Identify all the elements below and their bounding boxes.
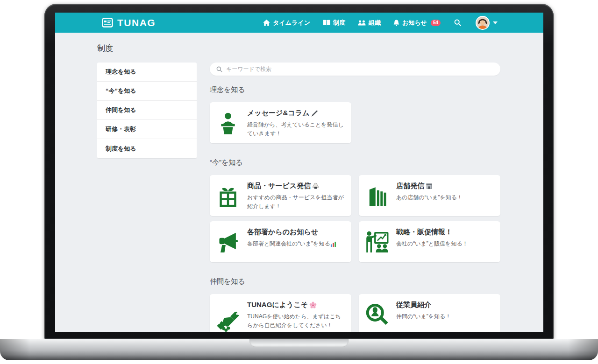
nav-item-timeline[interactable]: タイムライン — [263, 19, 310, 27]
remaining-counter: 残り0回 — [247, 331, 345, 332]
megaphone-icon — [214, 228, 242, 257]
brand-logo[interactable]: TUNAG — [102, 17, 156, 28]
card-welcome-tunag[interactable]: TUNAGにようこそ TUNAGを使い始めたら、まずはこちらから自己紹介をしてく… — [210, 294, 351, 332]
nav-item-seido[interactable]: 制度 — [323, 19, 345, 27]
nav-label-timeline: タイムライン — [273, 19, 310, 27]
card-desc: 各部署と関連会社の“いま”を知る — [247, 240, 330, 247]
sidebar-item-nakama[interactable]: 仲間を知る — [97, 101, 197, 120]
presentation-speaker-icon — [363, 228, 391, 257]
card-strategy-promotion[interactable]: 戦略・販促情報！ 会社の“いま”と販促を知る！ — [359, 221, 500, 262]
header-nav: タイムライン 制度 組織 — [263, 16, 498, 30]
card-department-news[interactable]: 各部署からのお知らせ 各部署と関連会社の“いま”を知る — [210, 221, 351, 262]
page-title: 制度 — [97, 43, 500, 54]
card-desc: 仲間の“いま”を知る！ — [396, 312, 494, 321]
sidebar-item-ima[interactable]: “今”を知る — [97, 82, 197, 101]
keyword-search — [210, 63, 500, 76]
card-employee-intro[interactable]: 従業員紹介 仲間の“いま”を知る！ — [359, 294, 500, 332]
card-desc: あの店舗の“いま”を知る！ — [396, 193, 494, 202]
avatar — [476, 16, 490, 30]
card-title: 各部署からのお知らせ — [247, 228, 318, 237]
search-icon — [216, 66, 222, 72]
card-title: メッセージ&コラム — [247, 109, 309, 118]
header-search-button[interactable] — [454, 19, 461, 26]
pen-emoji — [311, 110, 318, 117]
category-sidebar: 理念を知る “今”を知る 仲間を知る 研修・表彰 制度を知る — [97, 63, 197, 158]
card-product-service[interactable]: 商品・サービス発信 おすすめの商品・サービスを担当者が紹介します！ — [210, 175, 351, 216]
card-desc: TUNAGを使い始めたら、まずはこちらから自己紹介をしてください！ — [247, 312, 345, 329]
laptop-lid-notch — [249, 339, 349, 347]
nav-label-organization: 組織 — [369, 19, 381, 27]
card-title: 店舗発信 — [396, 182, 424, 190]
card-store-broadcast[interactable]: 店舗発信 あの店舗の“いま”を知る！ — [359, 175, 500, 216]
section-heading-rinen: 理念を知る — [210, 85, 500, 94]
nav-label-notifications: お知らせ — [402, 19, 427, 27]
nav-item-organization[interactable]: 組織 — [358, 19, 381, 27]
notification-badge: 54 — [431, 20, 441, 26]
app-header: TUNAG タイムライン 制度 — [55, 13, 543, 33]
store-building-icon — [363, 182, 391, 210]
cherry-blossom-emoji — [309, 301, 317, 309]
tunag-card-logo-icon — [102, 18, 113, 28]
podium-speaker-icon — [214, 109, 242, 138]
sidebar-item-rinen[interactable]: 理念を知る — [97, 63, 197, 82]
onigiri-emoji — [312, 182, 319, 189]
brand-name: TUNAG — [117, 17, 156, 28]
magnifier-person-icon — [363, 301, 391, 329]
nav-item-notifications[interactable]: お知らせ 54 — [393, 19, 441, 27]
home-icon — [263, 20, 270, 26]
sidebar-item-kenshu[interactable]: 研修・表彰 — [97, 120, 197, 139]
nav-label-seido: 制度 — [333, 19, 345, 27]
card-title: TUNAGにようこそ — [247, 301, 308, 309]
card-title: 戦略・販促情報！ — [396, 228, 452, 237]
laptop-screen: TUNAG タイムライン 制度 — [55, 13, 543, 332]
user-menu[interactable] — [476, 16, 498, 30]
bell-icon — [393, 20, 399, 26]
section-heading-nakama: 仲間を知る — [210, 277, 500, 286]
gift-box-icon — [214, 182, 242, 210]
main-content: 理念を知る メッセージ&コラム 経営陣から、考えていることを発信していきます！ — [210, 63, 500, 332]
chevron-down-icon — [493, 21, 498, 24]
card-message-column[interactable]: メッセージ&コラム 経営陣から、考えていることを発信していきます！ — [210, 102, 351, 143]
card-desc: おすすめの商品・サービスを担当者が紹介します！ — [247, 193, 345, 210]
section-heading-ima: “今”を知る — [210, 158, 500, 167]
magnifier-icon — [454, 19, 461, 26]
card-desc: 経営陣から、考えていることを発信していきます！ — [247, 120, 345, 138]
bar-chart-emoji — [330, 241, 336, 247]
laptop-base — [0, 339, 598, 360]
convenience-store-emoji — [426, 182, 433, 189]
search-input[interactable] — [226, 66, 494, 72]
handshake-icon — [214, 301, 242, 332]
book-icon — [323, 20, 330, 26]
laptop-mockup: TUNAG タイムライン 制度 — [0, 0, 598, 364]
card-title: 従業員紹介 — [396, 301, 431, 309]
card-desc: 会社の“いま”と販促を知る！ — [396, 239, 494, 248]
people-icon — [358, 20, 366, 26]
card-title: 商品・サービス発信 — [247, 182, 311, 190]
sidebar-item-seido[interactable]: 制度を知る — [97, 139, 197, 158]
seido-page: 制度 理念を知る “今”を知る 仲間を知る 研修・表彰 制度を知る — [55, 33, 543, 332]
